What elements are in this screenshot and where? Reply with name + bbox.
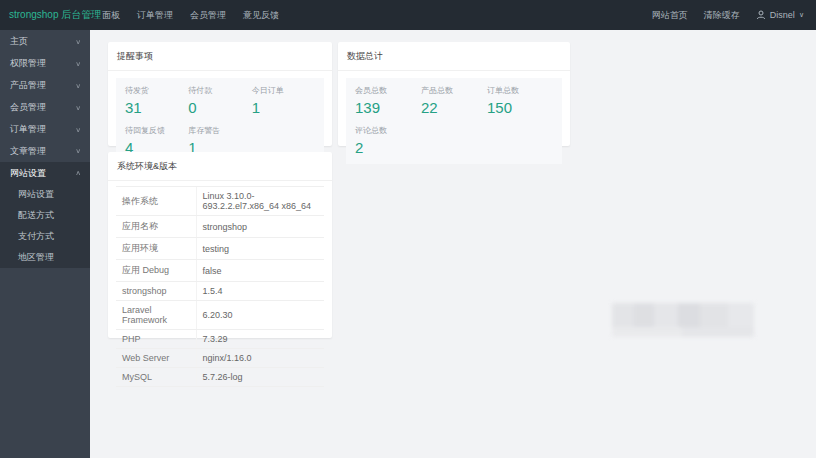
main-content: 提醒事项 待发货 31 待付款 0 今日订单 1 待回复反馈 4 xyxy=(90,30,816,458)
app-logo[interactable]: strongshop 后台管理 xyxy=(0,8,92,22)
sidebar-group-site-settings: 网站设置 ∧ 网站设置 配送方式 支付方式 地区管理 xyxy=(0,162,90,268)
totals-stats: 会员总数 139 产品总数 22 订单总数 150 评论总数 2 xyxy=(346,78,562,164)
table-row: MySQL 5.7.26-log xyxy=(116,368,324,387)
stat-product-total[interactable]: 产品总数 22 xyxy=(421,85,487,116)
user-icon xyxy=(756,10,766,20)
user-menu[interactable]: Disnel ∨ xyxy=(756,10,804,20)
stat-today-orders[interactable]: 今日订单 1 xyxy=(252,85,315,116)
topbar-right: 网站首页 清除缓存 Disnel ∨ xyxy=(652,9,816,22)
table-row: Laravel Framework 6.20.30 xyxy=(116,301,324,330)
stat-unpaid[interactable]: 待付款 0 xyxy=(188,85,251,116)
table-row: 操作系统 Linux 3.10.0-693.2.2.el7.x86_64 x86… xyxy=(116,187,324,216)
chevron-down-icon: ∨ xyxy=(75,81,81,88)
chevron-down-icon: ∨ xyxy=(75,59,81,66)
table-row: strongshop 1.5.4 xyxy=(116,282,324,301)
user-name: Disnel xyxy=(770,10,795,20)
table-row: 应用 Debug false xyxy=(116,260,324,282)
chevron-down-icon: ∨ xyxy=(75,125,81,132)
table-row: 应用环境 testing xyxy=(116,238,324,260)
sidebar-item-products[interactable]: 产品管理 ∨ xyxy=(0,74,90,96)
card-reminders: 提醒事项 待发货 31 待付款 0 今日订单 1 待回复反馈 4 xyxy=(108,42,332,146)
sidebar-subitem-region-manage[interactable]: 地区管理 xyxy=(0,247,90,268)
topnav-item-members[interactable]: 会员管理 xyxy=(190,9,226,22)
sidebar-item-permissions[interactable]: 权限管理 ∨ xyxy=(0,52,90,74)
sidebar-item-members[interactable]: 会员管理 ∨ xyxy=(0,96,90,118)
card-totals: 数据总计 会员总数 139 产品总数 22 订单总数 150 评论总数 2 xyxy=(338,42,570,146)
stat-member-total[interactable]: 会员总数 139 xyxy=(355,85,421,116)
stat-order-total[interactable]: 订单总数 150 xyxy=(487,85,553,116)
stat-comment-total[interactable]: 评论总数 2 xyxy=(355,125,421,156)
sidebar-item-orders[interactable]: 订单管理 ∨ xyxy=(0,118,90,140)
sidebar-item-site-settings[interactable]: 网站设置 ∧ xyxy=(0,162,90,184)
chevron-down-icon: ∨ xyxy=(75,103,81,110)
admin-dashboard: strongshop 后台管理 面板 订单管理 会员管理 意见反馈 网站首页 清… xyxy=(0,0,816,458)
topnav-item-panel[interactable]: 面板 xyxy=(102,9,120,22)
chevron-down-icon: ∨ xyxy=(799,11,804,19)
topbar: strongshop 后台管理 面板 订单管理 会员管理 意见反馈 网站首页 清… xyxy=(0,0,816,30)
card-title: 数据总计 xyxy=(338,42,570,71)
site-home-link[interactable]: 网站首页 xyxy=(652,9,688,22)
sidebar-subitem-shipping-method[interactable]: 配送方式 xyxy=(0,205,90,226)
topnav-item-feedback[interactable]: 意见反馈 xyxy=(243,9,279,22)
chevron-down-icon: ∨ xyxy=(75,147,81,154)
sidebar: 主页 ∨ 权限管理 ∨ 产品管理 ∨ 会员管理 ∨ 订单管理 ∨ 文章管理 ∨ … xyxy=(0,30,90,458)
card-system-env: 系统环境&版本 操作系统 Linux 3.10.0-693.2.2.el7.x8… xyxy=(108,152,332,338)
stat-to-ship[interactable]: 待发货 31 xyxy=(125,85,188,116)
card-title: 系统环境&版本 xyxy=(108,152,332,181)
table-row: 应用名称 strongshop xyxy=(116,216,324,238)
sidebar-subitem-payment-method[interactable]: 支付方式 xyxy=(0,226,90,247)
clear-cache-link[interactable]: 清除缓存 xyxy=(704,9,740,22)
chevron-down-icon: ∨ xyxy=(75,37,81,44)
system-env-table: 操作系统 Linux 3.10.0-693.2.2.el7.x86_64 x86… xyxy=(116,186,324,387)
sidebar-subitem-site-settings[interactable]: 网站设置 xyxy=(0,184,90,205)
topnav-item-orders[interactable]: 订单管理 xyxy=(137,9,173,22)
sidebar-item-home[interactable]: 主页 ∨ xyxy=(0,30,90,52)
card-title: 提醒事项 xyxy=(108,42,332,71)
sidebar-item-articles[interactable]: 文章管理 ∨ xyxy=(0,140,90,162)
blurred-watermark xyxy=(612,303,754,337)
table-row: Web Server nginx/1.16.0 xyxy=(116,349,324,368)
chevron-up-icon: ∧ xyxy=(75,169,81,176)
table-row: PHP 7.3.29 xyxy=(116,330,324,349)
top-navigation: 面板 订单管理 会员管理 意见反馈 xyxy=(102,9,279,22)
